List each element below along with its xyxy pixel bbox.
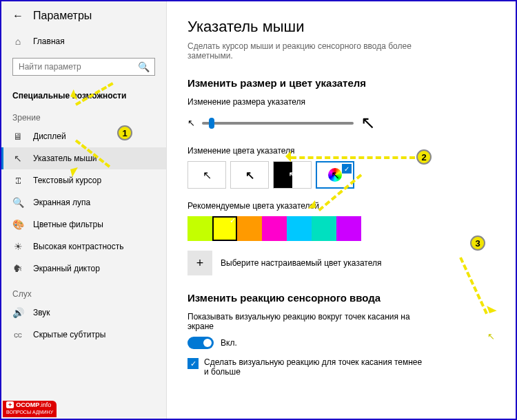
sidebar-item[interactable]: ↖Указатель мыши: [1, 147, 166, 169]
page-title: Указатель мыши: [187, 18, 495, 36]
color-swatch[interactable]: [237, 216, 262, 241]
search-icon: 🔍: [138, 61, 149, 72]
darker-feedback-checkbox[interactable]: ✓: [187, 358, 199, 369]
search-input[interactable]: 🔍: [12, 58, 155, 76]
sidebar-item[interactable]: ㏄Скрытые субтитры: [1, 324, 166, 346]
text-cursor-icon: Ɪ: [12, 175, 23, 186]
color-swatch[interactable]: [336, 216, 361, 241]
color-label: Изменение цвета указателя: [187, 146, 495, 156]
toggle-state: Вкл.: [221, 338, 237, 348]
window-title: Параметры: [33, 10, 92, 22]
category-label: Специальные возможности: [1, 81, 166, 103]
size-label: Изменение размера указателя: [187, 97, 495, 107]
sidebar-item[interactable]: ꞮТекстовый курсор: [1, 169, 166, 191]
pointer-color-custom[interactable]: ↖ ✓: [316, 161, 354, 189]
color-swatch[interactable]: [187, 216, 212, 241]
cursor-large-icon: ↖: [361, 112, 376, 134]
sidebar-item[interactable]: 🎨Цветные фильтры: [1, 213, 166, 235]
sidebar-group-label: Зрение: [1, 103, 166, 125]
back-icon[interactable]: ←: [12, 10, 23, 22]
sidebar-group-label: Слух: [1, 280, 166, 302]
sound-icon: 🔊: [12, 307, 23, 318]
watermark: +OCOMP.info ВОПРОСЫ АДМИНУ: [3, 401, 57, 417]
sidebar-item[interactable]: ☀Высокая контрастность: [1, 235, 166, 258]
narrator-icon: 🗣: [12, 263, 23, 274]
check-icon: ✓: [342, 164, 352, 174]
sidebar-item[interactable]: 🗣Экранный диктор: [1, 258, 166, 280]
cursor-small-icon: ↖: [187, 118, 195, 128]
pointer-color-options: ↖ ↖ ↖ ↖ ✓: [187, 161, 495, 189]
home-icon: ⌂: [12, 36, 23, 47]
pointer-icon: ↖: [12, 153, 23, 164]
display-icon: 🖥: [12, 131, 23, 142]
touch-feedback-toggle[interactable]: [187, 337, 214, 349]
sidebar-item[interactable]: 🔍Экранная лупа: [1, 191, 166, 213]
pointer-color-inverted[interactable]: ↖: [273, 161, 312, 189]
page-description: Сделать курсор мыши и реакцию сенсорного…: [187, 41, 436, 61]
pointer-color-black[interactable]: ↖: [230, 161, 269, 189]
sidebar-item[interactable]: 🖥Дисплей: [1, 125, 166, 147]
main-content: Указатель мыши Сделать курсор мыши и реа…: [167, 1, 516, 419]
contrast-icon: ☀: [12, 241, 23, 252]
color-swatch[interactable]: [287, 216, 312, 241]
magnifier-icon: 🔍: [12, 197, 23, 208]
slider-thumb[interactable]: [209, 118, 214, 129]
recommended-colors: [187, 216, 495, 241]
darker-label: Сделать визуальную реакцию для точек кас…: [204, 357, 425, 377]
pointer-color-white[interactable]: ↖: [187, 161, 226, 189]
add-custom-color-button[interactable]: +: [187, 251, 212, 275]
color-swatch[interactable]: [262, 216, 287, 241]
filters-icon: 🎨: [12, 219, 23, 230]
section-size-color: Изменить размер и цвет указателя: [187, 77, 495, 89]
color-swatch[interactable]: [212, 216, 237, 241]
section-touch: Изменить реакцию сенсорного ввода: [187, 292, 495, 304]
rec-colors-label: Рекомендуемые цвета указателей: [187, 201, 495, 211]
cc-icon: ㏄: [12, 329, 23, 340]
color-swatch[interactable]: [312, 216, 336, 241]
sidebar-home[interactable]: ⌂ Главная: [1, 30, 166, 52]
sidebar: ← Параметры ⌂ Главная 🔍 Специальные возм…: [1, 1, 167, 419]
sidebar-item[interactable]: 🔊Звук: [1, 302, 166, 324]
pointer-size-slider[interactable]: [202, 122, 354, 125]
touch-desc: Показывать визуальную реакцию вокруг точ…: [187, 312, 422, 331]
custom-color-label: Выберите настраиваемый цвет указателя: [221, 258, 381, 268]
